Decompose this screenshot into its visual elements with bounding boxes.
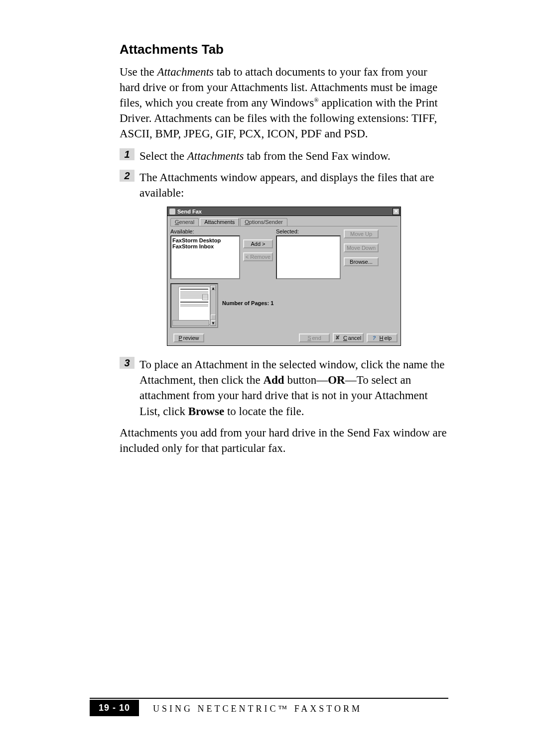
tab-general-rest: eneral — [179, 219, 195, 225]
tab-options-mn: O — [245, 219, 249, 225]
s3b2: OR — [328, 374, 345, 386]
step-number: 3 — [124, 357, 130, 369]
x-icon: ✘ — [335, 334, 340, 341]
selected-col: Selected: — [276, 228, 341, 279]
step-2: 2 The Attachments window appears, and di… — [120, 170, 448, 201]
s3b3: Browse — [188, 405, 224, 418]
s1i: Attachments — [187, 150, 244, 162]
tab-options-sender[interactable]: Options/Sender — [240, 218, 287, 226]
closing-paragraph: Attachments you add from your hard drive… — [120, 425, 448, 456]
move-up-button[interactable]: Move Up — [344, 229, 379, 238]
thumbnail-preview — [178, 287, 210, 324]
step-3: 3 To place an Attachment in the selected… — [120, 357, 448, 419]
s3b: button— — [284, 374, 328, 386]
app-icon — [169, 209, 175, 215]
available-col: Available: FaxStorm Desktop FaxStorm Inb… — [170, 228, 240, 279]
help-button[interactable]: ? Help — [367, 333, 398, 342]
preview-mn: P — [178, 335, 182, 341]
scroll-thumb[interactable] — [211, 315, 216, 320]
s3b1: Add — [263, 374, 284, 386]
tab-general-mn: G — [175, 219, 179, 225]
intro-paragraph: Use the Attachments tab to attach docume… — [120, 64, 448, 141]
add-button[interactable]: Add > — [243, 239, 273, 248]
add-remove-buttons: Add > < Remove — [243, 239, 273, 261]
help-icon: ? — [373, 335, 376, 341]
section-heading: Attachments Tab — [120, 42, 448, 57]
tab-options-rest: ptions/Sender — [249, 219, 283, 225]
s3d: to locate the file. — [224, 405, 304, 418]
help-rest: elp — [385, 335, 392, 341]
list-item[interactable]: FaxStorm Inbox — [172, 243, 238, 249]
tab-general[interactable]: General — [170, 218, 199, 226]
scroll-down-icon[interactable]: ▼ — [211, 321, 216, 325]
page-number-box: 19 - 10 — [90, 700, 139, 716]
list-item[interactable]: FaxStorm Desktop — [172, 237, 238, 243]
footer: 19 - 10 USING NETCENTRIC™ FAXSTORM — [90, 700, 448, 716]
step-badge: 1 — [120, 148, 134, 160]
cancel-mn: C — [343, 335, 347, 341]
dialog-body: General Attachments Options/Sender Avail… — [167, 216, 401, 346]
move-down-button[interactable]: Move Down — [344, 243, 379, 252]
tab-attachments[interactable]: Attachments — [200, 218, 239, 226]
selected-label: Selected: — [276, 228, 341, 234]
send-mn: S — [307, 335, 311, 341]
step-number: 2 — [124, 170, 130, 182]
page: Attachments Tab Use the Attachments tab … — [0, 0, 538, 756]
send-button[interactable]: Send — [299, 333, 330, 342]
scroll-up-icon[interactable]: ▲ — [211, 286, 216, 291]
available-listbox[interactable]: FaxStorm Desktop FaxStorm Inbox — [170, 235, 240, 279]
tab-strip: General Attachments Options/Sender — [170, 218, 398, 226]
thumbnail-frame: ▲ ▼ — [170, 283, 218, 328]
dialog-titlebar[interactable]: Send Fax ✕ — [167, 207, 401, 216]
cancel-button[interactable]: ✘ Cancel — [333, 333, 364, 342]
dialog-title: Send Fax — [177, 209, 202, 215]
attachments-panel: Available: FaxStorm Desktop FaxStorm Inb… — [170, 226, 398, 342]
step-2-text: The Attachments window appears, and disp… — [139, 170, 448, 201]
preview-row: ▲ ▼ Number of Pages: 1 — [170, 283, 398, 328]
step-3-text: To place an Attachment in the selected w… — [139, 357, 448, 419]
send-fax-dialog: Send Fax ✕ General Attachments Options/S… — [167, 207, 401, 346]
right-buttons: Move Up Move Down Browse... — [344, 229, 379, 266]
step-1-text: Select the Attachments tab from the Send… — [139, 148, 391, 164]
selected-listbox[interactable] — [276, 235, 341, 279]
preview-rest: review — [183, 335, 199, 341]
intro-a: Use the — [120, 66, 157, 78]
step-1: 1 Select the Attachments tab from the Se… — [120, 148, 448, 164]
preview-button[interactable]: Preview — [173, 333, 204, 342]
scrollbar-vertical[interactable]: ▲ ▼ — [210, 285, 216, 326]
scrollbar-horizontal[interactable] — [172, 320, 209, 326]
footer-title: USING NETCENTRIC™ FAXSTORM — [139, 700, 362, 716]
number-of-pages: Number of Pages: 1 — [222, 300, 273, 306]
step-badge: 3 — [120, 357, 134, 369]
send-rest: end — [312, 335, 321, 341]
intro-italic: Attachments — [157, 66, 214, 78]
s1a: Select the — [139, 150, 187, 162]
dialog-bottom-row: Preview Send ✘ Cancel ? Help — [170, 333, 398, 342]
cancel-rest: ancel — [348, 335, 361, 341]
intro-reg: ® — [314, 97, 319, 104]
s1b: tab from the Send Fax window. — [244, 150, 391, 162]
footer-rule — [90, 698, 448, 699]
step-badge: 2 — [120, 170, 134, 182]
step-number: 1 — [124, 149, 130, 160]
help-mn: H — [380, 335, 384, 341]
close-icon[interactable]: ✕ — [393, 208, 400, 215]
available-label: Available: — [170, 228, 240, 234]
browse-button[interactable]: Browse... — [344, 257, 379, 266]
remove-button[interactable]: < Remove — [243, 252, 273, 261]
